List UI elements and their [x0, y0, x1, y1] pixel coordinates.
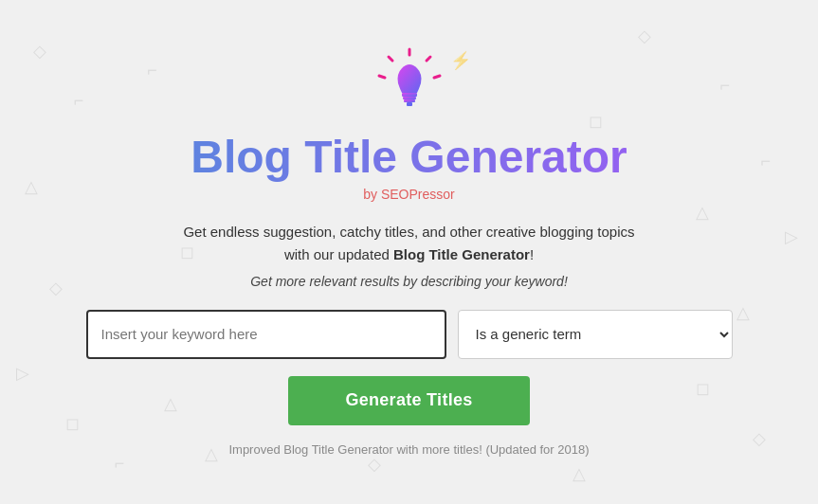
- svg-line-3: [389, 57, 392, 61]
- lightbulb-icon: [372, 47, 447, 123]
- svg-line-2: [434, 76, 440, 78]
- by-line-text: by SEOPressor: [363, 187, 454, 202]
- svg-rect-8: [407, 102, 412, 106]
- description-line1: Get endless suggestion, catchy titles, a…: [19, 221, 799, 266]
- keyword-input[interactable]: [86, 310, 446, 359]
- svg-line-1: [427, 57, 430, 61]
- input-row: Is a generic termIs a productIs a brandI…: [19, 310, 799, 359]
- term-select[interactable]: Is a generic termIs a productIs a brandI…: [458, 310, 733, 359]
- by-line: by SEOPressor: [19, 187, 799, 202]
- logo-icon-wrapper: [19, 47, 799, 123]
- svg-rect-7: [404, 99, 415, 102]
- generate-button[interactable]: Generate Titles: [288, 376, 529, 425]
- svg-line-4: [379, 76, 385, 78]
- svg-rect-6: [403, 97, 416, 99]
- svg-rect-5: [402, 93, 417, 97]
- bold-brand: Blog Title Generator: [393, 246, 530, 262]
- generate-button-wrapper: Generate Titles: [19, 376, 799, 442]
- footer-note: Improved Blog Title Generator with more …: [19, 442, 799, 457]
- sub-description: Get more relevant results by describing …: [19, 274, 799, 289]
- main-container: Blog Title Generator by SEOPressor Get e…: [0, 28, 818, 476]
- app-title: Blog Title Generator: [19, 133, 799, 183]
